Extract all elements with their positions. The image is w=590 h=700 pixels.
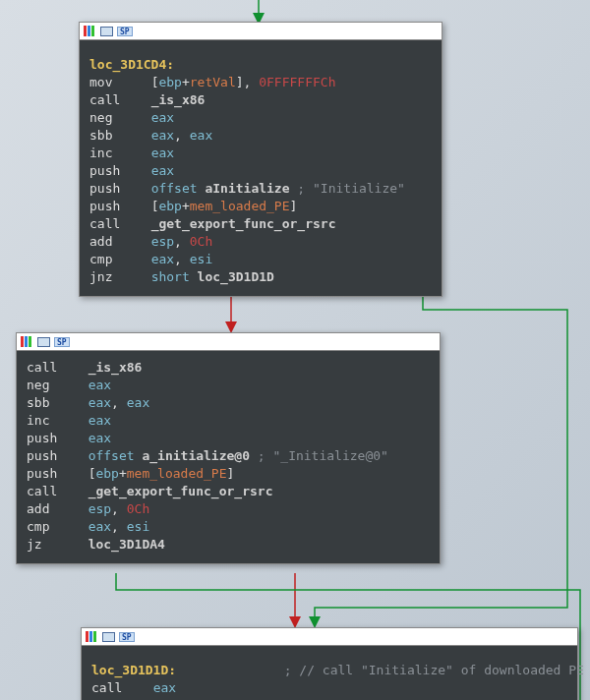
node-titlebar: SP [17, 333, 440, 351]
window-icon [102, 631, 115, 643]
graph-canvas: SP loc_3D1CD4: mov [ebp+retVal], 0FFFFFF… [0, 0, 590, 700]
window-icon [37, 336, 50, 348]
basic-block-bottom[interactable]: SP loc_3D1D1D: ; // call "Initialize" of… [81, 627, 578, 700]
basic-block-top[interactable]: SP loc_3D1CD4: mov [ebp+retVal], 0FFFFFF… [79, 22, 442, 297]
badge-icon: SP [119, 632, 135, 642]
code-block-top: loc_3D1CD4: mov [ebp+retVal], 0FFFFFFFCh… [80, 40, 442, 296]
chart-icon [86, 631, 98, 643]
badge-icon: SP [117, 27, 133, 36]
window-icon [100, 26, 113, 37]
code-block-bottom: loc_3D1D1D: ; // call "Initialize" of do… [82, 646, 577, 700]
basic-block-middle[interactable]: SP call _is_x86 neg eax sbb eax, eax inc… [16, 332, 441, 564]
code-block-middle: call _is_x86 neg eax sbb eax, eax inc ea… [17, 351, 440, 563]
chart-icon [84, 26, 96, 37]
chart-icon [21, 336, 33, 348]
badge-icon: SP [54, 337, 70, 347]
node-titlebar: SP [82, 628, 577, 646]
node-titlebar: SP [80, 23, 442, 40]
